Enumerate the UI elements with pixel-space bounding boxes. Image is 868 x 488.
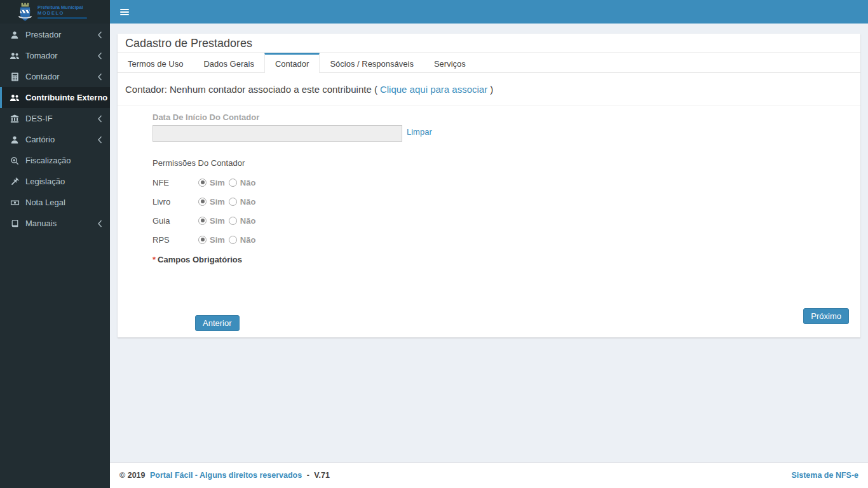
contador-status-text: Contador: Nenhum contador associado a es… bbox=[125, 84, 377, 95]
radio-yes[interactable] bbox=[198, 198, 207, 206]
permission-label: Guia bbox=[153, 216, 198, 226]
next-button[interactable]: Próximo bbox=[803, 308, 849, 324]
hamburger-icon bbox=[120, 8, 129, 17]
contador-form: Data De Início Do Contador Limpar Permis… bbox=[118, 105, 860, 264]
wizard-buttons: Anterior Próximo bbox=[118, 264, 860, 337]
sidebar-item-label: Prestador bbox=[25, 30, 61, 39]
radio-yes[interactable] bbox=[198, 179, 207, 187]
sidebar-item-des-if[interactable]: DES-IF bbox=[0, 108, 110, 129]
sidebar-item-label: Cartório bbox=[25, 135, 55, 144]
tab-contador[interactable]: Contador bbox=[264, 53, 320, 73]
sidebar-menu: Prestador Tomador Contador Contribuinte … bbox=[0, 24, 110, 234]
permission-row-livro: Livro Sim Não bbox=[153, 197, 853, 206]
tab-socios-responsaveis[interactable]: Sócios / Responsáveis bbox=[320, 53, 424, 72]
users-icon bbox=[10, 93, 20, 102]
logo-line1: Prefeitura Municipal bbox=[37, 4, 87, 10]
coat-of-arms-icon bbox=[17, 2, 34, 22]
footer-separator: - bbox=[307, 471, 309, 480]
date-start-label: Data De Início Do Contador bbox=[153, 112, 853, 122]
radio-no-label: Não bbox=[240, 197, 256, 207]
sidebar-item-nota-legal[interactable]: Nota Legal bbox=[0, 192, 110, 213]
sidebar: Prefeitura Municipal MODELO Prestador To… bbox=[0, 0, 110, 488]
sidebar-item-label: DES-IF bbox=[25, 114, 53, 123]
cadastro-panel: Cadastro de Prestadores Termos de Uso Da… bbox=[118, 34, 860, 337]
portal-facil-link[interactable]: Portal Fácil - Alguns direitos reservado… bbox=[150, 471, 302, 480]
sidebar-item-manuais[interactable]: Manuais bbox=[0, 213, 110, 234]
radio-no-label: Não bbox=[240, 216, 256, 226]
sidebar-item-label: Manuais bbox=[25, 219, 57, 228]
chevron-left-icon bbox=[97, 136, 102, 144]
chevron-left-icon bbox=[97, 73, 102, 81]
municipality-logo[interactable]: Prefeitura Municipal MODELO bbox=[0, 0, 110, 24]
radio-no[interactable] bbox=[229, 198, 237, 206]
copyright-text: © 2019 bbox=[119, 471, 146, 480]
sidebar-item-tomador[interactable]: Tomador bbox=[0, 45, 110, 66]
bank-icon bbox=[10, 114, 20, 123]
footer: © 2019 Portal Fácil - Alguns direitos re… bbox=[110, 462, 868, 488]
user-icon bbox=[10, 135, 20, 144]
radio-yes-label: Sim bbox=[210, 178, 225, 187]
sidebar-item-prestador[interactable]: Prestador bbox=[0, 24, 110, 45]
content-area: Cadastro de Prestadores Termos de Uso Da… bbox=[110, 24, 868, 462]
radio-no[interactable] bbox=[229, 179, 237, 187]
book-icon bbox=[10, 219, 20, 228]
radio-no-label: Não bbox=[240, 178, 256, 187]
logo-line2: MODELO bbox=[37, 10, 87, 16]
radio-no[interactable] bbox=[229, 217, 237, 225]
radio-no-label: Não bbox=[240, 235, 256, 245]
money-bill-icon bbox=[10, 198, 20, 207]
gavel-icon bbox=[10, 177, 20, 186]
tab-bar: Termos de Uso Dados Gerais Contador Sóci… bbox=[118, 53, 860, 73]
radio-no[interactable] bbox=[229, 236, 237, 244]
sidebar-item-cartorio[interactable]: Cartório bbox=[0, 129, 110, 150]
logo-text: Prefeitura Municipal MODELO bbox=[37, 4, 87, 20]
version-text: V.71 bbox=[314, 471, 330, 480]
chevron-left-icon bbox=[97, 220, 102, 227]
chevron-left-icon bbox=[97, 31, 102, 39]
tab-termos-de-uso[interactable]: Termos de Uso bbox=[118, 53, 193, 72]
date-start-input[interactable] bbox=[153, 125, 402, 142]
sidebar-item-contribuinte-externo[interactable]: Contribuinte Externo bbox=[0, 87, 110, 108]
sidebar-item-label: Contador bbox=[25, 72, 59, 81]
sidebar-item-legislacao[interactable]: Legislação bbox=[0, 171, 110, 192]
search-plus-icon bbox=[10, 156, 20, 165]
permission-row-rps: RPS Sim Não bbox=[153, 235, 853, 244]
users-icon bbox=[10, 51, 20, 60]
sidebar-item-label: Legislação bbox=[25, 177, 65, 186]
permission-row-guia: Guia Sim Não bbox=[153, 216, 853, 225]
radio-yes-label: Sim bbox=[210, 197, 225, 207]
permission-label: RPS bbox=[153, 235, 198, 245]
sidebar-toggle-button[interactable] bbox=[110, 0, 139, 24]
permissions-title: Permissões Do Contador bbox=[153, 158, 853, 168]
calculator-icon bbox=[10, 72, 20, 81]
previous-button[interactable]: Anterior bbox=[195, 315, 240, 331]
radio-yes-label: Sim bbox=[210, 235, 225, 245]
tab-dados-gerais[interactable]: Dados Gerais bbox=[193, 53, 264, 72]
sistema-nfse-link[interactable]: Sistema de NFS-e bbox=[791, 471, 858, 480]
sidebar-item-fiscalizacao[interactable]: Fiscalização bbox=[0, 150, 110, 171]
logo-tagline bbox=[37, 17, 87, 19]
required-fields-note: *Campos Obrigatórios bbox=[153, 255, 853, 264]
associate-contador-link[interactable]: Clique aqui para associar bbox=[380, 84, 487, 95]
app-window: Prefeitura Municipal MODELO Prestador To… bbox=[0, 0, 868, 488]
sidebar-item-label: Nota Legal bbox=[25, 198, 65, 207]
contador-status-line: Contador: Nenhum contador associado a es… bbox=[118, 73, 860, 105]
sidebar-item-label: Fiscalização bbox=[25, 156, 71, 165]
chevron-left-icon bbox=[97, 115, 102, 123]
radio-yes[interactable] bbox=[198, 236, 207, 244]
page-title: Cadastro de Prestadores bbox=[118, 34, 860, 53]
footer-left: © 2019 Portal Fácil - Alguns direitos re… bbox=[119, 471, 330, 480]
tab-servicos[interactable]: Serviços bbox=[424, 53, 476, 72]
required-note-text: Campos Obrigatórios bbox=[158, 255, 242, 264]
top-navbar bbox=[110, 0, 868, 24]
permission-label: NFE bbox=[153, 178, 198, 187]
permission-label: Livro bbox=[153, 197, 198, 207]
contador-status-suffix: ) bbox=[490, 84, 493, 95]
sidebar-item-label: Tomador bbox=[25, 51, 58, 60]
radio-yes[interactable] bbox=[198, 217, 207, 225]
radio-yes-label: Sim bbox=[210, 216, 225, 226]
clear-date-link[interactable]: Limpar bbox=[407, 127, 432, 137]
main-area: Cadastro de Prestadores Termos de Uso Da… bbox=[110, 0, 868, 488]
sidebar-item-label: Contribuinte Externo bbox=[25, 93, 107, 102]
sidebar-item-contador[interactable]: Contador bbox=[0, 66, 110, 87]
